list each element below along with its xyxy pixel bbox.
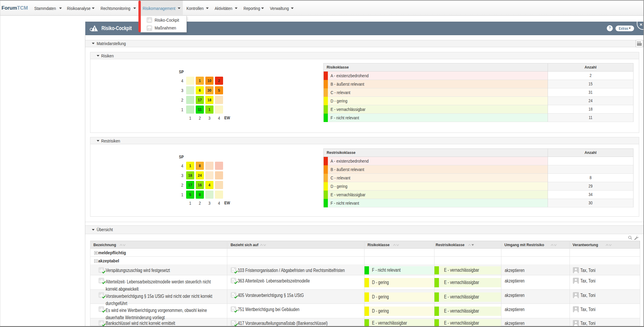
svg-text:€: € [233,280,234,283]
svg-text:€: € [233,308,234,311]
svg-text:€: € [233,322,234,325]
svg-text:€: € [233,294,234,297]
svg-text:€: € [233,269,234,272]
